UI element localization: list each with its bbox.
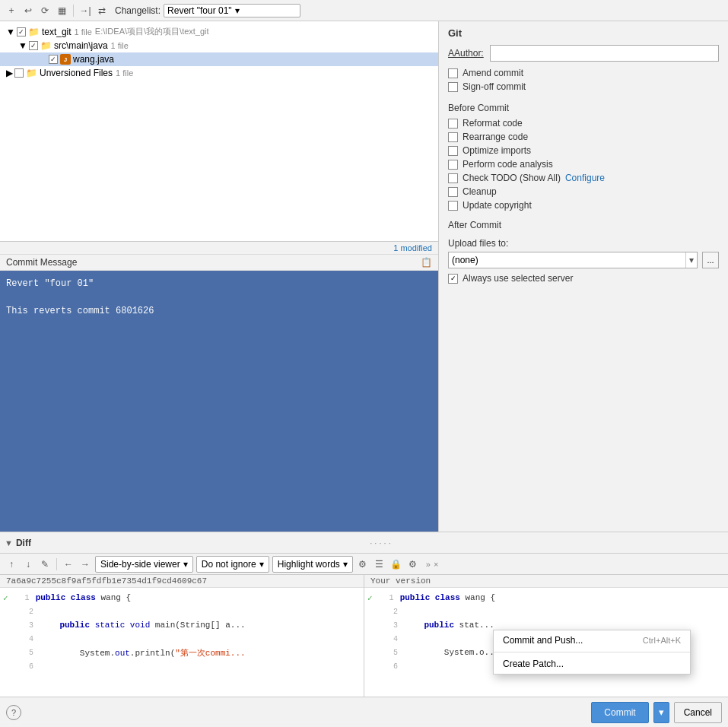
popup-commit-push-shortcut: Ctrl+Alt+K <box>643 636 681 645</box>
commit-button[interactable]: Commit <box>591 702 648 723</box>
checkbox-unversioned[interactable] <box>14 68 24 78</box>
sign-off-checkbox[interactable] <box>448 82 458 92</box>
diff-settings-icon[interactable]: ⚙ <box>356 557 370 571</box>
expand-arrow: ▼ <box>18 40 27 51</box>
move-to-icon[interactable]: →| <box>78 4 92 17</box>
main-split: ▼ 📁 text_git 1 file E:\IDEA\项目\我的项目\text… <box>0 21 728 532</box>
tree-row-unversioned[interactable]: ▶ 📁 Unversioned Files 1 file <box>0 66 438 80</box>
check-todo-label[interactable]: Check TODO (Show All) <box>463 173 561 183</box>
code-analysis-checkbox[interactable] <box>448 160 458 170</box>
expand-arrow-unversioned: ▶ <box>6 68 13 78</box>
rearrange-label[interactable]: Rearrange code <box>463 132 528 142</box>
update-copyright-label[interactable]: Update copyright <box>463 200 532 211</box>
side-by-side-dropdown[interactable]: Side-by-side viewer ▾ <box>95 556 193 573</box>
sign-off-row: Sign-off commit <box>448 81 719 92</box>
rearrange-checkbox[interactable] <box>448 132 458 142</box>
configure-link[interactable]: Configure <box>565 173 605 183</box>
diff-left-line-1: ✓ 1 public class wang { <box>0 591 364 605</box>
reformat-label[interactable]: Reformat code <box>463 118 523 129</box>
amend-commit-checkbox[interactable] <box>448 68 458 78</box>
bottom-right: Commit ▾ Cancel <box>591 702 722 723</box>
diff-title: Diff <box>16 538 31 548</box>
popup-commit-push[interactable]: Commit and Push... Ctrl+Alt+K <box>494 630 690 650</box>
commit-dropdown-button[interactable]: ▾ <box>653 702 669 723</box>
diff-toolbar: ↑ ↓ ✎ ← → Side-by-side viewer ▾ Do not i… <box>0 554 728 575</box>
update-copyright-row: Update copyright <box>448 200 719 211</box>
always-use-label[interactable]: Always use selected server <box>463 273 573 284</box>
refresh-icon[interactable]: ⟳ <box>38 4 52 17</box>
cleanup-checkbox[interactable] <box>448 187 458 197</box>
diff-right-line-1: ✓ 1 public class wang { <box>364 591 728 605</box>
diff-back-icon[interactable]: ← <box>62 557 75 571</box>
diff-right-line-2: 2 <box>364 605 728 618</box>
diff-ok-mark-1: ✓ <box>3 593 8 603</box>
bottom-bar: ? Commit ▾ Cancel <box>0 697 728 727</box>
help-icon: ? <box>11 708 16 717</box>
folder-icon: 📁 <box>28 27 40 37</box>
copy-icon[interactable]: 📋 <box>421 257 432 268</box>
folder-icon-src: 📁 <box>40 40 52 51</box>
commit-message-title: Commit Message <box>6 257 77 268</box>
diff-left-line-4: 4 <box>0 632 364 646</box>
diff-collapse-icon[interactable]: ☰ <box>373 557 386 571</box>
git-title: Git <box>448 27 719 39</box>
cancel-button[interactable]: Cancel <box>674 702 722 723</box>
add-icon[interactable]: + <box>5 4 18 17</box>
popup-create-patch-label: Create Patch... <box>503 659 564 669</box>
help-button[interactable]: ? <box>6 705 21 720</box>
diff-right-header: Your version <box>364 575 728 588</box>
commit-message-textarea[interactable]: Revert "four 01" This reverts commit 680… <box>0 271 438 532</box>
tree-row-wang-java[interactable]: J wang.java <box>0 52 438 66</box>
optimize-label[interactable]: Optimize imports <box>463 145 531 156</box>
expand-icon[interactable]: ⇄ <box>95 4 109 17</box>
optimize-checkbox[interactable] <box>448 146 458 156</box>
diff-up-icon[interactable]: ↑ <box>5 557 18 571</box>
checkbox-wang[interactable] <box>49 55 58 64</box>
group-icon[interactable]: ▦ <box>55 4 68 17</box>
changelist-dropdown[interactable]: Revert "four 01" ▾ <box>164 4 300 17</box>
code-analysis-label[interactable]: Perform code analysis <box>463 159 553 170</box>
diff-down-icon[interactable]: ↓ <box>21 557 35 571</box>
upload-dots-button[interactable]: ... <box>702 252 719 268</box>
diff-lock-icon[interactable]: 🔒 <box>389 557 403 571</box>
diff-extra-icon[interactable]: × <box>434 560 438 569</box>
diff-left-line-2: 2 <box>0 605 364 618</box>
left-panel: ▼ 📁 text_git 1 file E:\IDEA\项目\我的项目\text… <box>0 21 439 532</box>
tree-label-unversioned: Unversioned Files <box>40 68 113 78</box>
highlight-dropdown[interactable]: Highlight words ▾ <box>272 556 353 573</box>
diff-gear-icon[interactable]: ⚙ <box>406 557 420 571</box>
tree-path-text-git: E:\IDEA\项目\我的项目\text_git <box>95 26 209 37</box>
popup-commit-push-label: Commit and Push... <box>503 635 583 646</box>
sign-off-label[interactable]: Sign-off commit <box>463 81 526 92</box>
tree-row-src[interactable]: ▼ 📁 src\main\java 1 file <box>0 39 438 52</box>
ignore-label: Do not ignore <box>202 559 256 570</box>
diff-sep-1 <box>56 558 57 570</box>
check-todo-checkbox[interactable] <box>448 173 458 183</box>
diff-forward-icon[interactable]: → <box>78 557 92 571</box>
popup-create-patch[interactable]: Create Patch... <box>494 654 690 674</box>
rearrange-row: Rearrange code <box>448 132 719 142</box>
expand-arrow: ▼ <box>6 27 15 37</box>
diff-left-code: ✓ 1 public class wang { 2 3 public stati… <box>0 588 364 676</box>
tree-row-text-git[interactable]: ▼ 📁 text_git 1 file E:\IDEA\项目\我的项目\text… <box>0 24 438 39</box>
undo-icon[interactable]: ↩ <box>21 4 35 17</box>
commit-dropdown-arrow: ▾ <box>659 706 664 718</box>
upload-select-row: (none) ▾ ... <box>448 252 719 268</box>
diff-left-header: 7a6a9c7255c8f9af5fdfb1e7354d1f9cd4609c67 <box>0 575 364 588</box>
upload-select-arrow[interactable]: ▾ <box>685 252 697 268</box>
reformat-checkbox[interactable] <box>448 119 458 129</box>
ignore-arrow: ▾ <box>259 559 264 570</box>
diff-left-hash: 7a6a9c7255c8f9af5fdfb1e7354d1f9cd4609c67 <box>6 576 207 586</box>
checkbox-src[interactable] <box>29 41 38 50</box>
upload-select-container[interactable]: (none) ▾ <box>448 252 698 268</box>
cleanup-label[interactable]: Cleanup <box>463 186 497 197</box>
always-use-checkbox[interactable] <box>448 274 458 284</box>
author-input[interactable] <box>490 45 719 62</box>
checkbox-text-git[interactable] <box>17 27 26 37</box>
changelist-value: Revert "four 01" <box>167 5 232 16</box>
amend-commit-label[interactable]: Amend commit <box>463 68 523 78</box>
diff-edit-icon[interactable]: ✎ <box>38 557 52 571</box>
update-copyright-checkbox[interactable] <box>448 201 458 211</box>
diff-more-icon[interactable]: » <box>426 560 431 569</box>
ignore-dropdown[interactable]: Do not ignore ▾ <box>196 556 269 573</box>
